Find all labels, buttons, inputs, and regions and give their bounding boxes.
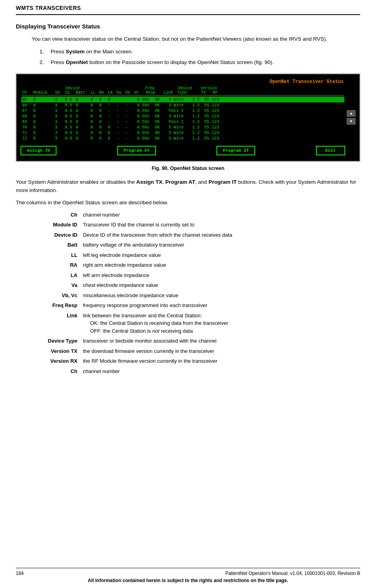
col-tx: TX xyxy=(201,90,213,95)
col-id1: ID xyxy=(55,90,65,95)
def-desc: battery voltage of the ambulatory transc… xyxy=(83,241,363,249)
scroll-controls: ▲ ▼ xyxy=(347,78,355,157)
definition-row: Version RXthe RF Module firmware version… xyxy=(39,357,363,365)
program-it-ref: Program IT xyxy=(209,179,237,185)
def-desc: left arm electrode impedance xyxy=(83,271,363,279)
fig-caption: Fig. 90. OpenNet Status screen xyxy=(16,166,360,171)
footer-disclaimer: All information contained herein is subj… xyxy=(16,578,360,583)
def-desc: right arm electrode impedance value xyxy=(83,261,363,269)
definition-row: Module IDTransceiver ID that the channel… xyxy=(39,221,363,229)
col-link-spacer xyxy=(162,86,173,90)
step-1-bold: System xyxy=(66,49,85,55)
definition-row: RAright arm electrode impedance value xyxy=(39,261,363,269)
def-term: Ch xyxy=(39,368,83,375)
intro-text: You can view transceiver status on the C… xyxy=(32,35,360,43)
definition-row: LAleft arm electrode impedance xyxy=(39,271,363,279)
section-title: Displaying Transceiver Status xyxy=(16,23,360,30)
definition-row: Device Typetransceiver or bedside monito… xyxy=(39,337,363,345)
definitions-table: Chchannel numberModule IDTransceiver ID … xyxy=(39,211,363,375)
program-it-button[interactable]: Program IT xyxy=(216,146,255,155)
def-desc: the download firmware version currently … xyxy=(83,347,363,355)
col-module-spacer xyxy=(33,86,55,90)
footer-top-row: 184 PatientNet Operator's Manual, v1.04,… xyxy=(16,571,360,576)
page-title: WMTS TRANSCEIVERS xyxy=(16,5,81,11)
def-term: Device ID xyxy=(39,231,83,239)
scroll-down-button[interactable]: ▼ xyxy=(347,118,355,124)
def-desc: chest electrode impedance value xyxy=(83,281,363,289)
def-term: Version TX xyxy=(39,347,83,355)
step-1-num: 1. xyxy=(39,48,47,56)
def-desc: miscellaneous electrode impedance value xyxy=(83,292,363,300)
def-term: Module ID xyxy=(39,221,83,229)
col-batt: Batt xyxy=(76,90,90,95)
table-row: 70039.50000--0.5HzOK5 Wire1.255.123 xyxy=(21,124,344,130)
col-ll: LL xyxy=(90,90,99,95)
table-row: 71039.50000--0.5HzOK5 Wire1.255.123 xyxy=(21,130,344,136)
col-la: LA xyxy=(108,90,117,95)
col-elec-spacer xyxy=(90,86,138,90)
page-wrapper: WMTS TRANSCEIVERS Displaying Transceiver… xyxy=(0,0,376,588)
col-vc: Vc xyxy=(134,90,146,95)
exit-button[interactable]: Exit xyxy=(316,146,345,155)
def-term: Batt xyxy=(39,241,83,249)
step-1-text: Press System on the Main screen. xyxy=(51,48,133,56)
body-paragraph-1: Your System Administrator enables or dis… xyxy=(16,178,360,195)
step-1: 1. Press System on the Main screen. xyxy=(39,48,360,56)
col-va: Va xyxy=(117,90,125,95)
def-term: RA xyxy=(39,261,83,269)
page-header: WMTS TRANSCEIVERS xyxy=(16,0,360,15)
footer-doc-info: PatientNet Operator's Manual, v1.04, 100… xyxy=(225,571,360,576)
table-row: 66039.5000---0.5HzOK3 Wire1.255.123 xyxy=(21,102,344,108)
assign-tx-ref: Assign TX xyxy=(136,179,162,185)
table-row: 65039.50000--0.5HzOK4 Wire1.255.123 xyxy=(21,97,344,102)
screen-main: OpenNet Transceiver Status Device Freq D… xyxy=(21,78,345,157)
step-2: 2. Press OpenNet button on the Passcode … xyxy=(39,58,360,66)
def-term: Freq Resp xyxy=(39,302,83,309)
col-ch: Ch xyxy=(22,90,33,95)
screen-inner: OpenNet Transceiver Status Device Freq D… xyxy=(19,77,357,158)
col-version-label: Version xyxy=(197,86,221,90)
def-term: Version RX xyxy=(39,357,83,365)
def-desc: Transceiver ID that the channel is curre… xyxy=(83,221,363,229)
assign-tx-button[interactable]: Assign TX xyxy=(21,146,56,155)
col-type: Type xyxy=(177,90,201,95)
col-devtype-label: Device xyxy=(173,86,197,90)
col-ra: RA xyxy=(99,90,108,95)
opennet-screen: OpenNet Transceiver Status Device Freq D… xyxy=(16,74,360,162)
program-at-button[interactable]: Program AT xyxy=(117,146,156,155)
col-module: Module xyxy=(33,90,55,95)
col-rf: RF xyxy=(213,90,233,95)
scroll-up-button[interactable]: ▲ xyxy=(347,110,355,117)
def-desc: link between the transceiver and the Cen… xyxy=(83,312,363,335)
definition-row: LLleft leg electrode impedance value xyxy=(39,251,363,259)
definition-row: Freq Respfrequency response programmed i… xyxy=(39,302,363,309)
table-row: 72039.50000--0.5HzOK5 Wire1.255.123 xyxy=(21,136,344,141)
definition-row: Chchannel number xyxy=(39,368,363,375)
def-term: LL xyxy=(39,251,83,259)
step-2-text: Press OpenNet button on the Passcode scr… xyxy=(51,58,274,66)
definition-row: Vachest electrode impedance value xyxy=(39,281,363,289)
step-2-bold: OpenNet xyxy=(66,59,88,65)
def-desc: Device ID of the transceiver from which … xyxy=(83,231,363,239)
definition-row: Version TXthe download firmware version … xyxy=(39,347,363,355)
program-at-ref: Program AT xyxy=(165,179,195,185)
screen-title-bar: OpenNet Transceiver Status xyxy=(21,78,345,85)
col-ch-spacer xyxy=(22,86,33,90)
page-footer: 184 PatientNet Operator's Manual, v1.04,… xyxy=(16,568,360,583)
def-term: Link xyxy=(39,312,83,335)
definition-row: Chchannel number xyxy=(39,211,363,219)
col-vb: Vb xyxy=(125,90,134,95)
steps-list: 1. Press System on the Main screen. 2. P… xyxy=(39,48,360,66)
def-desc: left leg electrode impedance value xyxy=(83,251,363,259)
def-desc: transceiver or bedside monitor associate… xyxy=(83,337,363,345)
def-desc: channel number xyxy=(83,368,363,375)
col-freq-label: Freq xyxy=(138,86,162,90)
definition-row: Device IDDevice ID of the transceiver fr… xyxy=(39,231,363,239)
body-paragraph-2: The columns in the OpenNet Status screen… xyxy=(16,199,360,207)
col-device-label: Device xyxy=(55,86,90,90)
col-id2: ID xyxy=(65,90,76,95)
definition-row: Vb, Vcmiscellaneous electrode impedance … xyxy=(39,292,363,300)
screen-rows: 65039.50000--0.5HzOK4 Wire1.255.12366039… xyxy=(21,97,344,141)
def-term: Vb, Vc xyxy=(39,292,83,300)
def-desc: channel number xyxy=(83,211,363,219)
